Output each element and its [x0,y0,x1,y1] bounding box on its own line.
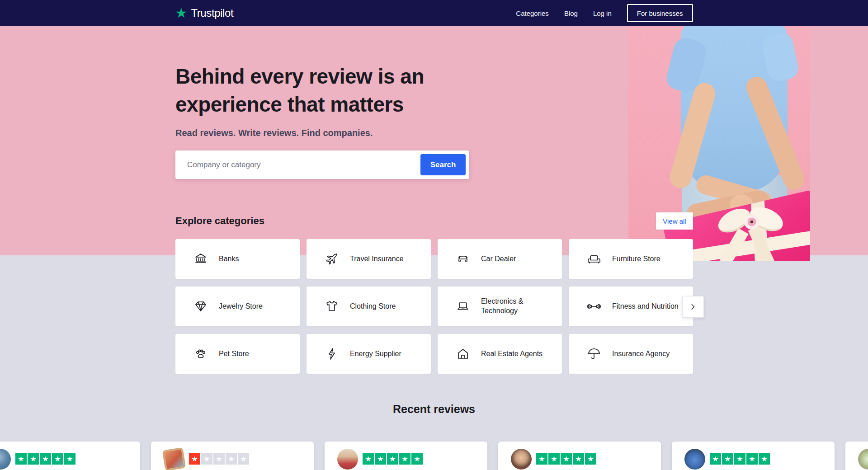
category-card-travel-insurance[interactable]: Travel Insurance [307,239,431,279]
star-empty-icon: ★ [201,453,212,465]
car-icon [456,252,470,266]
star-filled-icon: ★ [375,453,386,465]
laptop-icon [456,299,470,314]
category-label: Energy Supplier [350,349,401,359]
category-card-car-dealer[interactable]: Car Dealer [438,239,562,279]
category-card-electronics-technology[interactable]: Electronics & Technology [438,287,562,326]
star-rating-5-of-5: ★★★★★ [536,453,596,465]
hero-title-line2: experience that matters [175,93,404,116]
star-filled-icon: ★ [585,453,596,465]
hero-subtitle: Read reviews. Write reviews. Find compan… [175,128,373,138]
star-filled-icon: ★ [363,453,374,465]
category-card-banks[interactable]: Banks [175,239,300,279]
category-label: Travel Insurance [350,254,404,264]
category-label: Clothing Store [350,302,396,311]
category-card-insurance-agency[interactable]: Insurance Agency [569,334,693,374]
carousel-next-button[interactable] [682,296,704,318]
photo-bow-flower [744,214,760,230]
hero-title: Behind every review is an experience tha… [175,62,424,118]
review-card[interactable]: ★★★★★ [0,442,140,470]
reviewer-avatar [337,449,358,470]
nav-link-login[interactable]: Log in [593,9,612,17]
umbrella-icon [587,347,601,361]
category-label: Jewelry Store [219,302,263,311]
explore-categories-row: Explore categories View all [175,212,693,230]
nav-link-categories[interactable]: Categories [516,9,549,17]
plane-icon [325,252,339,266]
trustpilot-logo[interactable]: ★ Trustpilot [175,6,234,20]
paw-icon [193,347,208,361]
star-filled-icon: ★ [722,453,733,465]
company-logo-avatar [858,449,868,470]
star-filled-icon: ★ [189,453,200,465]
category-card-fitness-and-nutrition[interactable]: Fitness and Nutrition [569,287,693,326]
star-filled-icon: ★ [710,453,721,465]
top-navbar: ★ Trustpilot Categories Blog Log in For … [0,0,868,26]
hero-title-line1: Behind every review is an [175,65,424,88]
reviewer-avatar [511,449,532,470]
category-label: Banks [219,254,239,264]
search-button[interactable]: Search [420,154,466,175]
star-filled-icon: ★ [28,453,39,465]
recent-reviews-heading: Recent reviews [0,403,868,416]
navbar-inner: ★ Trustpilot Categories Blog Log in For … [175,0,693,26]
for-businesses-button[interactable]: For businesses [627,4,693,22]
star-empty-icon: ★ [226,453,237,465]
star-filled-icon: ★ [15,453,27,465]
review-product-image [162,447,186,470]
trustpilot-homepage: ★ Trustpilot Categories Blog Log in For … [0,0,868,470]
star-filled-icon: ★ [734,453,745,465]
search-input[interactable] [175,150,420,179]
category-card-pet-store[interactable]: Pet Store [175,334,300,374]
review-card[interactable]: ★★★★★ [672,442,835,470]
star-empty-icon: ★ [213,453,225,465]
review-card[interactable] [845,442,868,470]
category-card-jewelry-store[interactable]: Jewelry Store [175,287,300,326]
search-bar: Search [175,150,469,179]
star-filled-icon: ★ [40,453,51,465]
category-label: Insurance Agency [612,349,670,359]
category-card-furniture-store[interactable]: Furniture Store [569,239,693,279]
star-filled-icon: ★ [561,453,572,465]
category-card-energy-supplier[interactable]: Energy Supplier [307,334,431,374]
star-rating-5-of-5: ★★★★★ [15,453,75,465]
nav-links: Categories Blog Log in For businesses [516,4,693,22]
explore-categories-heading: Explore categories [175,215,264,227]
star-rating-5-of-5: ★★★★★ [710,453,770,465]
star-filled-icon: ★ [64,453,75,465]
bank-icon [193,252,208,266]
star-empty-icon: ★ [238,453,249,465]
diamond-icon [193,299,208,314]
review-card[interactable]: ★★★★★ [325,442,487,470]
star-filled-icon: ★ [759,453,770,465]
category-label: Pet Store [219,349,249,359]
star-filled-icon: ★ [548,453,560,465]
star-filled-icon: ★ [536,453,547,465]
star-filled-icon: ★ [411,453,423,465]
dumbbell-icon [587,299,601,314]
category-label: Electronics & Technology [481,297,549,316]
review-card[interactable]: ★★★★★ [151,442,314,470]
nav-link-blog[interactable]: Blog [564,9,578,17]
view-all-button[interactable]: View all [656,212,693,230]
star-rating-1-of-5: ★★★★★ [189,453,249,465]
lightning-icon [325,347,339,361]
star-filled-icon: ★ [746,453,758,465]
sofa-icon [587,252,601,266]
review-card[interactable]: ★★★★★ [498,442,661,470]
category-grid: BanksTravel InsuranceCar DealerFurniture… [175,239,693,374]
star-filled-icon: ★ [573,453,584,465]
category-card-real-estate-agents[interactable]: Real Estate Agents [438,334,562,374]
trustpilot-wordmark: Trustpilot [191,7,233,19]
category-label: Fitness and Nutrition [612,302,679,311]
chevron-right-icon [688,302,698,312]
reviewer-avatar [0,449,11,470]
star-filled-icon: ★ [52,453,63,465]
tshirt-icon [325,299,339,314]
recent-reviews-row: ★★★★★★★★★★★★★★★★★★★★★★★★★ [0,442,868,470]
category-card-clothing-store[interactable]: Clothing Store [307,287,431,326]
trustpilot-star-icon: ★ [175,6,188,20]
star-filled-icon: ★ [387,453,398,465]
house-icon [456,347,470,361]
star-filled-icon: ★ [399,453,410,465]
